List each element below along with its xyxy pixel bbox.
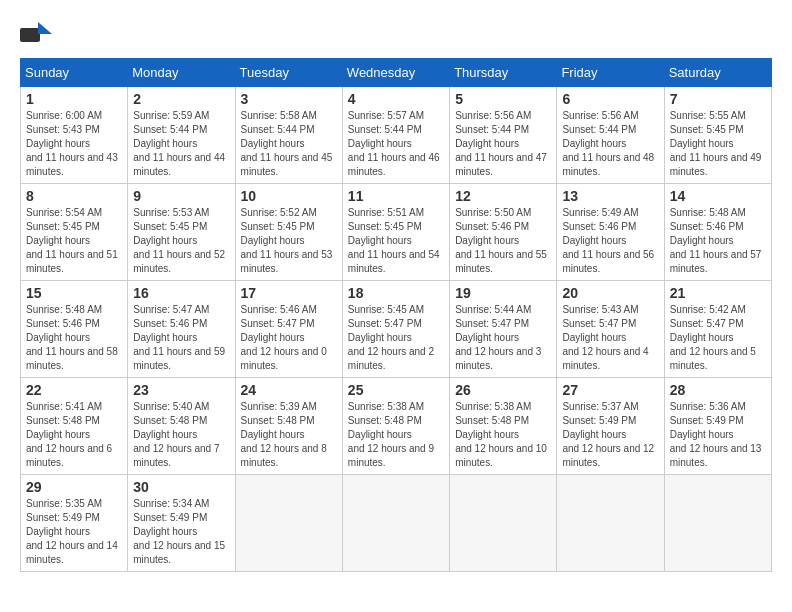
sunset-label: Sunset: 5:48 PM — [26, 415, 100, 426]
calendar-cell: 8 Sunrise: 5:54 AM Sunset: 5:45 PM Dayli… — [21, 184, 128, 281]
day-info: Sunrise: 5:52 AM Sunset: 5:45 PM Dayligh… — [241, 206, 337, 276]
week-row-4: 22 Sunrise: 5:41 AM Sunset: 5:48 PM Dayl… — [21, 378, 772, 475]
daylight-label: Daylight hours — [348, 235, 412, 246]
page-header — [20, 20, 772, 48]
col-header-tuesday: Tuesday — [235, 59, 342, 87]
daylight-duration: and 12 hours and 15 minutes. — [133, 540, 225, 565]
daylight-duration: and 12 hours and 4 minutes. — [562, 346, 648, 371]
sunrise-label: Sunrise: 5:44 AM — [455, 304, 531, 315]
calendar-cell — [342, 475, 449, 572]
calendar-cell: 16 Sunrise: 5:47 AM Sunset: 5:46 PM Dayl… — [128, 281, 235, 378]
day-info: Sunrise: 5:48 AM Sunset: 5:46 PM Dayligh… — [26, 303, 122, 373]
sunrise-label: Sunrise: 5:53 AM — [133, 207, 209, 218]
col-header-friday: Friday — [557, 59, 664, 87]
daylight-duration: and 12 hours and 5 minutes. — [670, 346, 756, 371]
day-number: 2 — [133, 91, 229, 107]
daylight-duration: and 11 hours and 46 minutes. — [348, 152, 440, 177]
calendar-header-row: SundayMondayTuesdayWednesdayThursdayFrid… — [21, 59, 772, 87]
day-info: Sunrise: 5:35 AM Sunset: 5:49 PM Dayligh… — [26, 497, 122, 567]
daylight-label: Daylight hours — [26, 429, 90, 440]
day-info: Sunrise: 5:36 AM Sunset: 5:49 PM Dayligh… — [670, 400, 766, 470]
day-info: Sunrise: 5:54 AM Sunset: 5:45 PM Dayligh… — [26, 206, 122, 276]
day-number: 6 — [562, 91, 658, 107]
daylight-duration: and 11 hours and 54 minutes. — [348, 249, 440, 274]
week-row-5: 29 Sunrise: 5:35 AM Sunset: 5:49 PM Dayl… — [21, 475, 772, 572]
sunset-label: Sunset: 5:44 PM — [241, 124, 315, 135]
daylight-duration: and 11 hours and 56 minutes. — [562, 249, 654, 274]
calendar-table: SundayMondayTuesdayWednesdayThursdayFrid… — [20, 58, 772, 572]
daylight-duration: and 11 hours and 55 minutes. — [455, 249, 547, 274]
daylight-label: Daylight hours — [670, 235, 734, 246]
daylight-label: Daylight hours — [241, 235, 305, 246]
day-number: 10 — [241, 188, 337, 204]
day-info: Sunrise: 5:37 AM Sunset: 5:49 PM Dayligh… — [562, 400, 658, 470]
daylight-label: Daylight hours — [133, 138, 197, 149]
calendar-cell: 22 Sunrise: 5:41 AM Sunset: 5:48 PM Dayl… — [21, 378, 128, 475]
daylight-label: Daylight hours — [348, 429, 412, 440]
calendar-cell: 11 Sunrise: 5:51 AM Sunset: 5:45 PM Dayl… — [342, 184, 449, 281]
sunrise-label: Sunrise: 5:41 AM — [26, 401, 102, 412]
day-info: Sunrise: 5:34 AM Sunset: 5:49 PM Dayligh… — [133, 497, 229, 567]
calendar-cell: 5 Sunrise: 5:56 AM Sunset: 5:44 PM Dayli… — [450, 87, 557, 184]
day-info: Sunrise: 6:00 AM Sunset: 5:43 PM Dayligh… — [26, 109, 122, 179]
calendar-cell — [557, 475, 664, 572]
day-number: 23 — [133, 382, 229, 398]
day-number: 14 — [670, 188, 766, 204]
day-number: 15 — [26, 285, 122, 301]
calendar-cell: 25 Sunrise: 5:38 AM Sunset: 5:48 PM Dayl… — [342, 378, 449, 475]
day-number: 5 — [455, 91, 551, 107]
daylight-duration: and 11 hours and 47 minutes. — [455, 152, 547, 177]
daylight-label: Daylight hours — [26, 138, 90, 149]
week-row-2: 8 Sunrise: 5:54 AM Sunset: 5:45 PM Dayli… — [21, 184, 772, 281]
day-number: 16 — [133, 285, 229, 301]
day-number: 22 — [26, 382, 122, 398]
daylight-duration: and 11 hours and 57 minutes. — [670, 249, 762, 274]
sunrise-label: Sunrise: 6:00 AM — [26, 110, 102, 121]
daylight-label: Daylight hours — [562, 138, 626, 149]
day-info: Sunrise: 5:43 AM Sunset: 5:47 PM Dayligh… — [562, 303, 658, 373]
daylight-duration: and 12 hours and 6 minutes. — [26, 443, 112, 468]
daylight-duration: and 12 hours and 10 minutes. — [455, 443, 547, 468]
sunset-label: Sunset: 5:46 PM — [455, 221, 529, 232]
sunrise-label: Sunrise: 5:38 AM — [348, 401, 424, 412]
sunrise-label: Sunrise: 5:56 AM — [455, 110, 531, 121]
day-number: 28 — [670, 382, 766, 398]
calendar-cell: 23 Sunrise: 5:40 AM Sunset: 5:48 PM Dayl… — [128, 378, 235, 475]
day-number: 4 — [348, 91, 444, 107]
calendar-cell: 4 Sunrise: 5:57 AM Sunset: 5:44 PM Dayli… — [342, 87, 449, 184]
sunrise-label: Sunrise: 5:42 AM — [670, 304, 746, 315]
calendar-cell: 30 Sunrise: 5:34 AM Sunset: 5:49 PM Dayl… — [128, 475, 235, 572]
calendar-cell: 24 Sunrise: 5:39 AM Sunset: 5:48 PM Dayl… — [235, 378, 342, 475]
calendar-cell: 21 Sunrise: 5:42 AM Sunset: 5:47 PM Dayl… — [664, 281, 771, 378]
day-info: Sunrise: 5:59 AM Sunset: 5:44 PM Dayligh… — [133, 109, 229, 179]
sunrise-label: Sunrise: 5:38 AM — [455, 401, 531, 412]
calendar-cell: 3 Sunrise: 5:58 AM Sunset: 5:44 PM Dayli… — [235, 87, 342, 184]
sunrise-label: Sunrise: 5:57 AM — [348, 110, 424, 121]
day-info: Sunrise: 5:42 AM Sunset: 5:47 PM Dayligh… — [670, 303, 766, 373]
day-info: Sunrise: 5:57 AM Sunset: 5:44 PM Dayligh… — [348, 109, 444, 179]
day-number: 12 — [455, 188, 551, 204]
calendar-cell: 17 Sunrise: 5:46 AM Sunset: 5:47 PM Dayl… — [235, 281, 342, 378]
calendar-cell: 13 Sunrise: 5:49 AM Sunset: 5:46 PM Dayl… — [557, 184, 664, 281]
sunrise-label: Sunrise: 5:52 AM — [241, 207, 317, 218]
sunrise-label: Sunrise: 5:46 AM — [241, 304, 317, 315]
daylight-duration: and 12 hours and 12 minutes. — [562, 443, 654, 468]
daylight-label: Daylight hours — [241, 138, 305, 149]
calendar-cell: 9 Sunrise: 5:53 AM Sunset: 5:45 PM Dayli… — [128, 184, 235, 281]
sunset-label: Sunset: 5:45 PM — [26, 221, 100, 232]
sunrise-label: Sunrise: 5:54 AM — [26, 207, 102, 218]
sunset-label: Sunset: 5:47 PM — [455, 318, 529, 329]
calendar-cell: 1 Sunrise: 6:00 AM Sunset: 5:43 PM Dayli… — [21, 87, 128, 184]
sunrise-label: Sunrise: 5:51 AM — [348, 207, 424, 218]
logo-icon — [20, 20, 52, 48]
sunset-label: Sunset: 5:48 PM — [133, 415, 207, 426]
sunset-label: Sunset: 5:47 PM — [670, 318, 744, 329]
daylight-label: Daylight hours — [133, 235, 197, 246]
col-header-wednesday: Wednesday — [342, 59, 449, 87]
day-number: 1 — [26, 91, 122, 107]
sunrise-label: Sunrise: 5:59 AM — [133, 110, 209, 121]
sunset-label: Sunset: 5:48 PM — [348, 415, 422, 426]
sunset-label: Sunset: 5:46 PM — [133, 318, 207, 329]
daylight-label: Daylight hours — [562, 429, 626, 440]
daylight-label: Daylight hours — [670, 332, 734, 343]
